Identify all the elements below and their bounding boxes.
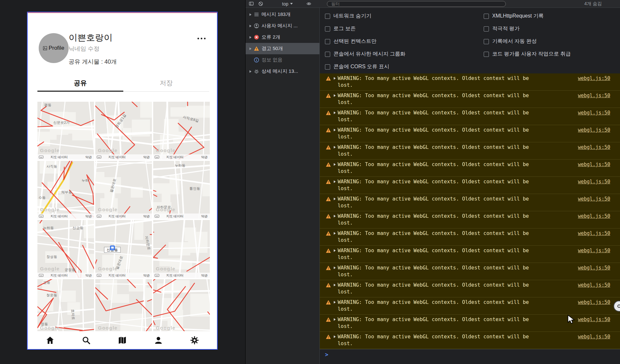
console-warning-row[interactable]: WARNING: Too many active WebGL contexts.… (320, 297, 620, 315)
console-warning-row[interactable]: WARNING: Too many active WebGL contexts.… (320, 108, 620, 125)
sidebar-filter-verbose[interactable]: 상세 메시지 13... (246, 66, 319, 77)
console-warning-row[interactable]: WARNING: Too many active WebGL contexts.… (320, 263, 620, 280)
source-link[interactable]: webgl.js:50 (574, 92, 610, 99)
source-link[interactable]: webgl.js:50 (574, 161, 610, 168)
map-post-thumbnail[interactable]: 사직동누하체부동수동Google지도 데이터약관 (37, 161, 94, 219)
expand-caret-icon[interactable] (334, 301, 336, 304)
expand-caret-icon[interactable] (334, 94, 336, 97)
map-post-thumbnail[interactable]: Google지도 데이터약관 (95, 279, 152, 337)
expand-caret-icon[interactable] (334, 266, 336, 269)
nav-profile-button[interactable] (154, 335, 163, 345)
expand-caret-icon[interactable] (334, 111, 336, 114)
source-link[interactable]: webgl.js:50 (574, 265, 610, 271)
expand-caret-icon[interactable] (334, 318, 336, 321)
nav-map-button[interactable] (117, 335, 127, 345)
source-link[interactable]: webgl.js:50 (574, 213, 610, 220)
expand-caret-icon[interactable] (334, 129, 336, 131)
source-link[interactable]: webgl.js:50 (574, 178, 610, 185)
source-link[interactable]: webgl.js:50 (574, 299, 610, 306)
console-warning-row[interactable]: WARNING: Too many active WebGL contexts.… (320, 280, 620, 297)
source-link[interactable]: webgl.js:50 (574, 282, 610, 289)
expand-caret-icon[interactable] (249, 36, 251, 39)
nav-search-button[interactable] (81, 335, 91, 345)
source-link[interactable]: webgl.js:50 (574, 196, 610, 202)
console-warning-row[interactable]: WARNING: Too many active WebGL contexts.… (320, 125, 620, 142)
console-setting[interactable]: 기록에서 자동 완성 (484, 35, 571, 48)
console-setting[interactable]: 로그 보존 (325, 22, 484, 35)
expand-caret-icon[interactable] (334, 180, 336, 183)
sidebar-filter-list[interactable]: 메시지 183개 (246, 9, 319, 20)
map-post-thumbnail[interactable]: Google지도 데이터약관 (153, 220, 210, 278)
console-warning-row[interactable]: WARNING: Too many active WebGL contexts.… (320, 228, 620, 246)
console-setting[interactable]: 적극적 평가 (484, 22, 571, 35)
map-post-thumbnail[interactable]: 누하동통인동자하문로Google지도 데이터약관 (153, 161, 210, 219)
console-setting[interactable]: XMLHttpRequest 기록 (484, 10, 571, 22)
console-setting[interactable]: 콘솔에 CORS 오류 표시 (325, 60, 484, 73)
source-link[interactable]: webgl.js:50 (574, 316, 610, 323)
more-options-button[interactable] (196, 36, 207, 41)
expand-caret-icon[interactable] (249, 47, 251, 50)
console-warning-row[interactable]: WARNING: Too many active WebGL contexts.… (320, 246, 620, 263)
source-link[interactable]: webgl.js:50 (574, 127, 610, 134)
console-warning-row[interactable]: WARNING: Too many active WebGL contexts.… (320, 194, 620, 211)
console-setting[interactable]: 코드 평가를 사용자 작업으로 취급 (484, 48, 571, 60)
console-warning-row[interactable]: WARNING: Too many active WebGL contexts.… (320, 332, 620, 349)
console-warning-row[interactable]: WARNING: Too many active WebGL contexts.… (320, 160, 620, 177)
clear-console-icon[interactable] (258, 1, 263, 6)
map-post-thumbnail[interactable]: 경희궁1길Google지도 데이터약관 (95, 102, 152, 160)
console-setting[interactable]: 네트워크 숨기기 (325, 10, 484, 22)
source-link[interactable]: webgl.js:50 (574, 144, 610, 151)
source-link[interactable]: webgl.js:50 (574, 75, 610, 82)
expand-caret-icon[interactable] (334, 146, 336, 149)
tab-share[interactable]: 공유 (37, 79, 123, 87)
console-warning-row[interactable]: WARNING: Too many active WebGL contexts.… (320, 177, 620, 194)
context-selector[interactable]: top (282, 1, 293, 6)
checkbox-icon[interactable] (325, 26, 330, 32)
source-link[interactable]: webgl.js:50 (574, 247, 610, 254)
tab-save[interactable]: 저장 (123, 79, 209, 87)
map-post-thumbnail[interactable]: 사직로8길Google지도 데이터약관 (153, 102, 210, 160)
expand-caret-icon[interactable] (249, 70, 251, 73)
console-setting[interactable]: 선택된 컨텍스트만 (325, 35, 484, 48)
source-link[interactable]: webgl.js:50 (574, 333, 610, 340)
expand-caret-icon[interactable] (334, 198, 336, 200)
console-warning-row[interactable]: WARNING: Too many active WebGL contexts.… (320, 91, 620, 108)
sidebar-filter-user[interactable]: 사용자 메시지 ... (246, 20, 319, 32)
checkbox-icon[interactable] (325, 52, 330, 57)
map-post-thumbnail[interactable]: 누하동신교동창성동궁정동Google지도 데이터약관 (37, 220, 94, 278)
map-post-thumbnail[interactable]: Google지도 데이터약관 (153, 279, 210, 337)
source-link[interactable]: webgl.js:50 (574, 230, 610, 237)
expand-caret-icon[interactable] (334, 215, 336, 217)
nav-settings-button[interactable] (190, 335, 199, 345)
checkbox-icon[interactable] (484, 26, 489, 32)
source-link[interactable]: webgl.js:50 (574, 110, 610, 116)
filter-input[interactable] (327, 1, 506, 7)
checkbox-icon[interactable] (484, 52, 489, 57)
checkbox-icon[interactable] (325, 14, 330, 19)
map-post-thumbnail[interactable]: 필운대로Google지도 데이터약관 (95, 161, 152, 219)
console-setting[interactable]: 콘솔에서 유사한 메시지 그룹화 (325, 48, 484, 60)
expand-caret-icon[interactable] (249, 25, 251, 27)
expand-caret-icon[interactable] (249, 13, 251, 16)
sidebar-filter-error[interactable]: 오류 2개 (246, 32, 319, 43)
console-warning-row[interactable]: WARNING: Too many active WebGL contexts.… (320, 211, 620, 228)
checkbox-icon[interactable] (325, 39, 330, 44)
console-prompt[interactable]: > (320, 349, 620, 359)
expand-caret-icon[interactable] (334, 249, 336, 252)
avatar[interactable]: Profile (39, 33, 69, 63)
expand-caret-icon[interactable] (334, 284, 336, 286)
edit-nickname-button[interactable]: 닉네임 수정 (69, 45, 100, 53)
expand-caret-icon[interactable] (334, 335, 336, 338)
live-expression-eye-icon[interactable] (306, 1, 311, 6)
checkbox-icon[interactable] (484, 14, 489, 19)
map-post-thumbnail[interactable]: 교동청운동효자로정동Google지도 데이터약관 (37, 279, 94, 337)
nav-home-button[interactable] (45, 335, 55, 345)
console-warning-row[interactable]: WARNING: Too many active WebGL contexts.… (320, 142, 620, 160)
expand-caret-icon[interactable] (334, 163, 336, 166)
checkbox-icon[interactable] (484, 39, 489, 44)
sidebar-filter-info[interactable]: 정보 없음 (246, 54, 319, 66)
hidden-messages-label[interactable]: 4개 숨김 (584, 1, 602, 7)
map-post-thumbnail[interactable]: 평동신문로2가Google지도 데이터약관 (37, 102, 94, 160)
expand-caret-icon[interactable] (334, 77, 336, 80)
checkbox-icon[interactable] (325, 64, 330, 70)
